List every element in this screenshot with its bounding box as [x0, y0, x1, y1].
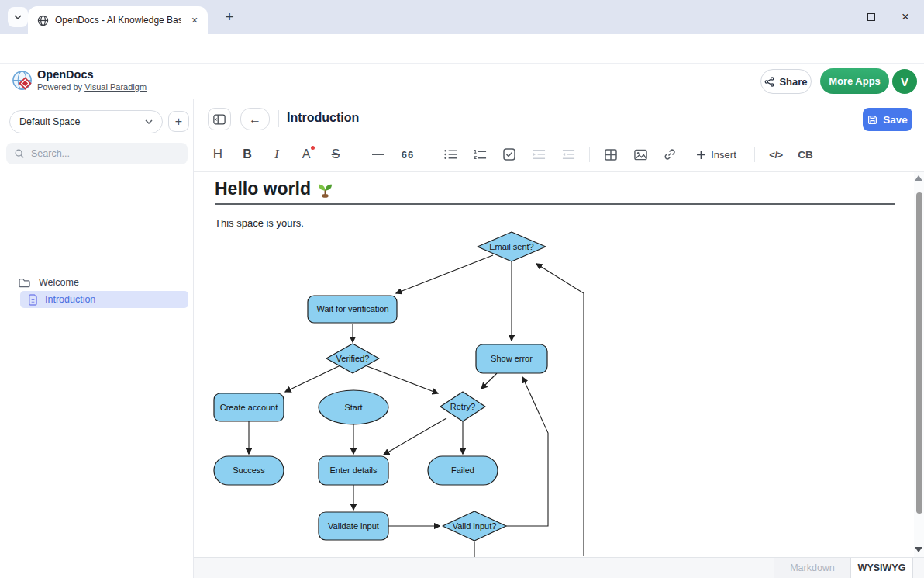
checkbox-icon	[503, 148, 515, 161]
editor-mode-bar: Markdown WYSIWYG	[194, 557, 924, 578]
save-floppy-icon	[867, 115, 877, 125]
task-list-button[interactable]	[498, 143, 520, 166]
horizontal-rule-button[interactable]	[367, 143, 389, 166]
insert-button[interactable]: Insert	[688, 143, 744, 166]
share-label: Share	[779, 76, 807, 88]
node-label: Valid input?	[453, 521, 497, 531]
more-apps-button[interactable]: More Apps	[820, 68, 889, 94]
search-box	[6, 143, 188, 164]
opendocs-logo	[11, 69, 35, 96]
tab-title: OpenDocs - AI Knowledge Base	[55, 15, 181, 26]
node-label: Failed	[451, 466, 474, 475]
add-document-button[interactable]: +	[168, 111, 189, 132]
document-editor[interactable]: Hello world This space is yours.	[194, 172, 924, 557]
heading-button[interactable]: H	[207, 143, 229, 166]
heading-underline	[215, 203, 895, 205]
sidebar: Default Space + Welcome Introduction	[0, 99, 194, 578]
table-button[interactable]	[600, 143, 622, 166]
inline-code-button[interactable]: </>	[765, 143, 787, 166]
node-label: Enter details	[329, 466, 378, 475]
flowchart-svg: Email sent? Wait for verification Verifi…	[202, 231, 605, 557]
toolbar-divider	[357, 147, 357, 162]
tab-search-button[interactable]	[8, 7, 28, 27]
document-heading[interactable]: Hello world	[215, 178, 333, 199]
toggle-sidebar-button[interactable]	[208, 108, 231, 130]
sidebar-item-introduction[interactable]: Introduction	[20, 291, 188, 308]
image-icon	[634, 149, 647, 161]
node-label: Wait for verification	[316, 304, 388, 313]
bold-button[interactable]: B	[236, 143, 258, 166]
sidebar-item-welcome[interactable]: Welcome	[0, 273, 194, 292]
formatting-toolbar: H B I A S 66 Insert </> CB	[194, 137, 924, 172]
browser-tab[interactable]: OpenDocs - AI Knowledge Base ×	[28, 6, 208, 34]
font-color-button[interactable]: A	[295, 143, 317, 166]
node-label: Success	[233, 466, 265, 475]
folder-icon	[19, 278, 31, 288]
plus-icon	[696, 150, 706, 160]
image-button[interactable]	[629, 143, 651, 166]
link-button[interactable]	[659, 143, 681, 166]
scrollbar-thumb[interactable]	[916, 192, 922, 514]
node-label: Retry?	[450, 402, 475, 411]
new-tab-button[interactable]: +	[220, 8, 239, 26]
tab-wysiwyg[interactable]: WYSIWYG	[851, 558, 913, 578]
scroll-up-arrow[interactable]	[915, 175, 922, 181]
editor-scrollbar[interactable]	[914, 172, 924, 557]
indent-button	[528, 143, 550, 166]
save-button[interactable]: Save	[863, 108, 912, 131]
sidebar-item-label: Welcome	[39, 277, 79, 288]
node-label: Create account	[220, 403, 278, 412]
edge-email-sent-wait	[396, 255, 493, 293]
app-header: OpenDocs Powered by Visual Paradigm Shar…	[0, 64, 924, 99]
bullet-list-button[interactable]	[440, 143, 461, 166]
search-input[interactable]	[31, 148, 171, 159]
globe-favicon-icon	[37, 15, 49, 26]
app-name: OpenDocs	[37, 68, 94, 81]
maximize-icon	[867, 13, 875, 21]
editor-header: ← Introduction Save	[194, 99, 924, 137]
blockquote-button[interactable]: 66	[397, 143, 419, 166]
back-to-list-button[interactable]: ←	[240, 108, 270, 130]
visual-paradigm-link[interactable]: Visual Paradigm	[84, 82, 147, 92]
tab-close-icon[interactable]: ×	[188, 13, 202, 27]
outdent-button	[557, 143, 579, 166]
node-label: Show error	[491, 354, 533, 363]
powered-by-prefix: Powered by	[37, 82, 84, 92]
italic-button[interactable]: I	[266, 143, 288, 166]
ordered-list-button[interactable]	[469, 143, 491, 166]
save-label: Save	[883, 114, 908, 126]
space-selector[interactable]: Default Space	[9, 110, 163, 133]
toolbar-divider	[754, 147, 755, 162]
scroll-down-arrow[interactable]	[915, 547, 922, 552]
ordered-list-icon	[474, 149, 487, 161]
chevron-down-icon	[14, 15, 22, 19]
share-icon	[764, 77, 774, 87]
insert-label: Insert	[711, 149, 736, 161]
link-icon	[664, 148, 676, 161]
window-close-button[interactable]: ×	[888, 0, 922, 34]
window-maximize-button[interactable]	[854, 0, 888, 34]
heading-text: Hello world	[215, 178, 311, 199]
node-label: Start	[344, 403, 362, 412]
edge-show-error-retry	[481, 373, 497, 389]
document-paragraph[interactable]: This space is yours.	[215, 217, 304, 229]
window-minimize-button[interactable]: –	[820, 0, 854, 34]
edge-return-email-sent	[536, 264, 584, 556]
flowchart-diagram[interactable]: Email sent? Wait for verification Verifi…	[202, 231, 605, 557]
browser-tab-strip: OpenDocs - AI Knowledge Base × + – ×	[0, 0, 924, 34]
code-block-button[interactable]: CB	[795, 143, 816, 166]
chevron-down-icon	[145, 119, 153, 124]
toolbar-divider	[429, 147, 429, 162]
indent-icon	[533, 149, 546, 160]
bullet-list-icon	[444, 149, 457, 160]
share-button[interactable]: Share	[760, 69, 812, 94]
document-icon	[28, 294, 38, 306]
edge-retry-enter-details	[384, 418, 446, 455]
user-avatar[interactable]: V	[892, 69, 917, 94]
tab-markdown[interactable]: Markdown	[774, 558, 851, 578]
node-label: Validate input	[328, 521, 379, 531]
edge-verified-create-account	[285, 365, 340, 392]
seedling-emoji	[317, 180, 333, 198]
strikethrough-button[interactable]: S	[325, 143, 346, 166]
table-icon	[605, 149, 617, 161]
